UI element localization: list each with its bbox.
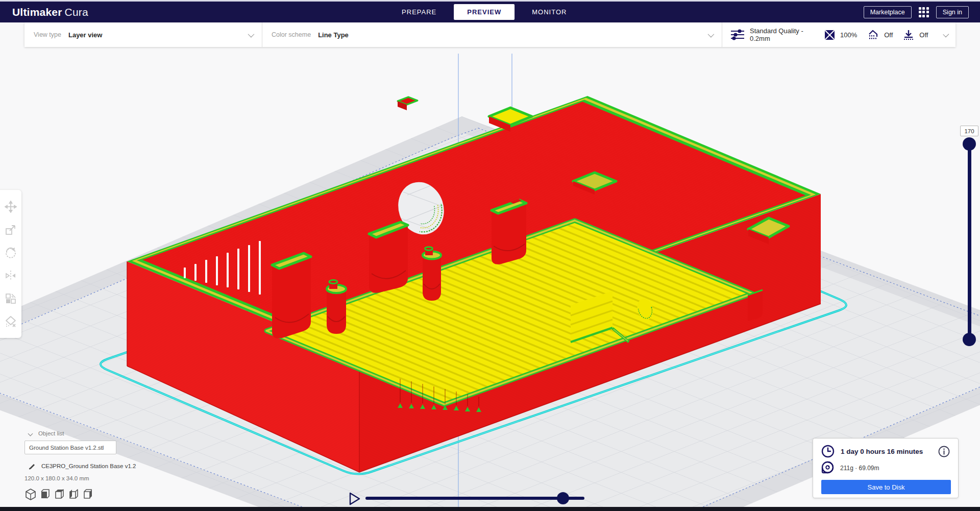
mirror-icon (5, 270, 17, 281)
layer-slider-handle-bottom[interactable] (963, 333, 976, 346)
object-list-panel: Object list Ground Station Base v1.2.stl… (24, 430, 157, 500)
per-model-settings-button[interactable] (4, 292, 17, 305)
clock-icon (821, 445, 835, 458)
chevron-down-icon (943, 31, 949, 37)
view-front-button[interactable] (39, 489, 51, 500)
per-model-settings-icon (5, 293, 16, 304)
view-right-button[interactable] (82, 489, 93, 500)
chevron-down-icon (708, 31, 715, 37)
window-top-edge (0, 0, 980, 2)
adhesion-value: Off (919, 31, 928, 39)
print-settings-sliders-icon (730, 29, 745, 40)
tab-prepare[interactable]: PREPARE (388, 4, 450, 20)
playback-slider-track[interactable] (365, 497, 584, 500)
move-tool-button[interactable] (4, 200, 17, 213)
mirror-tool-button[interactable] (4, 269, 17, 282)
stage-tabs: PREPARE PREVIEW MONITOR (388, 2, 580, 22)
model-dimensions: 120.0 x 180.0 x 34.0 mm (24, 475, 157, 481)
color-scheme-dropdown[interactable]: Color scheme Line Type (262, 22, 722, 47)
project-name-row[interactable]: CE3PRO_Ground Station Base v1.2 (29, 463, 157, 470)
view-left-button[interactable] (67, 489, 79, 500)
chevron-down-icon (28, 431, 33, 436)
object-file-name: Ground Station Base v1.2.stl (29, 445, 104, 451)
adhesion-icon (903, 29, 914, 40)
view-top-icon (54, 489, 65, 500)
color-scheme-value: Line Type (318, 31, 349, 39)
view-type-value: Layer view (68, 31, 103, 39)
material-spool-icon (821, 461, 834, 474)
print-time-estimate: 1 day 0 hours 16 minutes (841, 448, 923, 455)
support-icon (867, 29, 879, 40)
apps-grid-icon[interactable] (919, 7, 929, 17)
support-blocker-button[interactable] (4, 315, 17, 328)
support-value: Off (884, 31, 893, 39)
material-estimate: 211g · 69.09m (840, 465, 879, 472)
rotate-tool-button[interactable] (4, 246, 17, 259)
tab-monitor[interactable]: MONITOR (519, 4, 580, 20)
logo-cura: Cura (65, 6, 88, 18)
view-3d-icon (25, 489, 36, 500)
logo-ultimaker: Ultimaker (12, 6, 62, 18)
sign-in-button[interactable]: Sign in (936, 6, 969, 18)
info-icon[interactable] (938, 446, 950, 457)
camera-view-buttons (24, 489, 157, 500)
scale-icon (5, 224, 16, 235)
play-button[interactable] (348, 492, 361, 506)
view-front-icon (39, 489, 51, 500)
tab-preview[interactable]: PREVIEW (454, 4, 514, 20)
object-list-toggle[interactable]: Object list (29, 430, 157, 436)
view-right-icon (82, 489, 93, 500)
infill-icon (824, 30, 835, 40)
window-bottom-edge (0, 507, 980, 511)
view-type-label: View type (34, 31, 61, 38)
app-header: UltimakerCura PREPARE PREVIEW MONITOR Ma… (0, 2, 980, 22)
scale-tool-button[interactable] (4, 223, 17, 236)
object-list-label: Object list (38, 430, 64, 436)
play-icon (350, 493, 359, 504)
preview-toolbar: View type Layer view Color scheme Line T… (24, 22, 955, 47)
support-blocker-icon (5, 315, 17, 328)
app-logo: UltimakerCura (12, 6, 88, 18)
color-scheme-label: Color scheme (272, 31, 311, 38)
print-settings-panel[interactable]: Standard Quality - 0.2mm 100% Off Off (722, 22, 955, 47)
model-tool-panel (0, 190, 21, 338)
header-right: Marketplace Sign in (864, 2, 969, 22)
rotate-icon (5, 247, 17, 259)
pencil-icon (29, 463, 36, 470)
object-list-item[interactable]: Ground Station Base v1.2.stl (24, 441, 116, 454)
playback-slider-handle[interactable] (557, 492, 569, 504)
move-icon (5, 201, 17, 213)
marketplace-button[interactable]: Marketplace (864, 6, 912, 18)
view-type-dropdown[interactable]: View type Layer view (24, 22, 262, 47)
layer-slider-track[interactable] (968, 144, 971, 339)
view-left-icon (68, 489, 79, 500)
view-3d-button[interactable] (24, 489, 36, 500)
save-to-disk-button[interactable]: Save to Disk (821, 480, 951, 494)
chevron-down-icon (248, 31, 255, 37)
project-name: CE3PRO_Ground Station Base v1.2 (41, 463, 136, 469)
profile-value: Standard Quality - 0.2mm (750, 27, 812, 42)
layer-number-label: 170 (960, 126, 978, 136)
infill-value: 100% (840, 31, 857, 39)
view-top-button[interactable] (53, 489, 65, 500)
print-summary-card: 1 day 0 hours 16 minutes 211g · 69.09m S… (813, 438, 959, 498)
layer-slider-handle-top[interactable] (963, 137, 976, 151)
